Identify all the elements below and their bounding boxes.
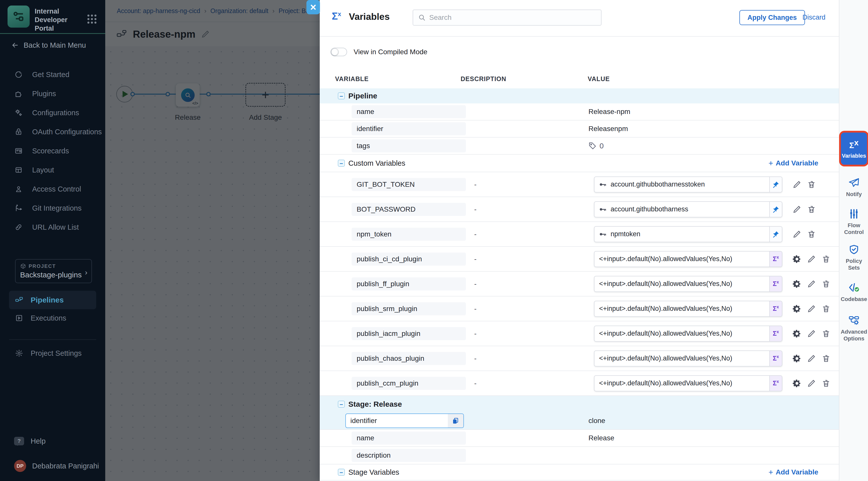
expression-type-button[interactable]	[769, 252, 782, 267]
settings-gear-icon[interactable]	[793, 255, 801, 264]
rail-item-codebase[interactable]: Codebase	[839, 282, 868, 302]
expression-type-button[interactable]	[769, 301, 782, 316]
copy-button[interactable]	[448, 414, 463, 427]
variables-search[interactable]	[413, 9, 601, 26]
delete-trash-icon[interactable]	[807, 205, 816, 214]
sidebar-item-get-started[interactable]: Get Started	[0, 65, 105, 84]
edit-pencil-icon[interactable]	[807, 354, 816, 363]
secret-value-input[interactable]: account.githubbotharnesstoken	[594, 177, 782, 193]
sidebar-item-label: URL Allow List	[32, 223, 79, 231]
secret-value-input[interactable]: npmtoken	[594, 226, 782, 242]
variable-row-git-bot-token: GIT_BOT_TOKEN - account.githubbotharness…	[320, 172, 839, 197]
pin-button[interactable]	[769, 202, 782, 217]
pin-button[interactable]	[769, 177, 782, 192]
search-input[interactable]	[429, 13, 590, 22]
rail-item-notify[interactable]: Notify	[839, 177, 868, 198]
sidebar-item-label: Scorecards	[32, 147, 69, 155]
add-stage-variable-button[interactable]: Add Variable	[769, 468, 818, 477]
get-started-icon	[14, 70, 23, 78]
secret-value-input[interactable]: account.githubbotharness	[594, 201, 782, 217]
secret-value-text: npmtoken	[607, 230, 769, 238]
expression-type-button[interactable]	[769, 277, 782, 291]
scorecards-icon	[14, 147, 23, 155]
sidebar-item-configurations[interactable]: Configurations	[0, 103, 105, 122]
sidebar-divider	[9, 340, 96, 340]
idp-logo[interactable]	[7, 5, 30, 28]
stage-field-row-name: name Release	[320, 430, 839, 447]
collapse-custom-variables-icon[interactable]	[338, 160, 345, 167]
collapse-stage-icon[interactable]	[338, 401, 345, 408]
settings-gear-icon[interactable]	[793, 379, 801, 388]
stage-identifier-input[interactable]	[346, 417, 448, 425]
rail-item-flow-control[interactable]: Flow Control	[839, 209, 868, 235]
collapse-stage-variables-icon[interactable]	[338, 469, 345, 476]
delete-trash-icon[interactable]	[822, 304, 831, 313]
edit-pencil-icon[interactable]	[807, 255, 816, 264]
delete-trash-icon[interactable]	[807, 230, 816, 239]
sidebar-item-access-control[interactable]: Access Control	[0, 180, 105, 199]
expression-value-input[interactable]: <+input>.default(No).allowedValues(Yes,N…	[594, 326, 782, 342]
delete-trash-icon[interactable]	[822, 379, 831, 388]
add-variable-label: Add Variable	[776, 468, 818, 476]
sidebar-item-pipelines[interactable]: Pipelines	[9, 291, 96, 309]
sidebar-item-oauth-configurations[interactable]: OAuth Configurations	[0, 122, 105, 141]
section-header-stage-variables: Stage Variables Add Variable	[320, 464, 839, 481]
sidebar-item-plugins[interactable]: Plugins	[0, 84, 105, 103]
expression-value-input[interactable]: <+input>.default(No).allowedValues(Yes,N…	[594, 276, 782, 292]
compiled-mode-toggle[interactable]	[331, 48, 347, 56]
back-to-main-menu[interactable]: Back to Main Menu	[11, 40, 86, 50]
sidebar-item-project-settings[interactable]: Project Settings	[15, 345, 96, 362]
delete-trash-icon[interactable]	[822, 255, 831, 264]
rail-tab-label: Variables	[842, 153, 866, 159]
sidebar-item-scorecards[interactable]: Scorecards	[0, 141, 105, 160]
edit-pencil-icon[interactable]	[807, 379, 816, 388]
edit-pencil-icon[interactable]	[807, 304, 816, 313]
expression-value-input[interactable]: <+input>.default(No).allowedValues(Yes,N…	[594, 375, 782, 391]
edit-pencil-icon[interactable]	[807, 329, 816, 338]
pin-button[interactable]	[769, 227, 782, 242]
pin-icon	[772, 181, 779, 188]
settings-gear-icon[interactable]	[793, 354, 801, 363]
expression-value-input[interactable]: <+input>.default(No).allowedValues(Yes,N…	[594, 301, 782, 317]
project-selector[interactable]: PROJECT Backstage-plugins ›	[15, 259, 92, 283]
collapse-pipeline-icon[interactable]	[338, 92, 345, 99]
sidebar-item-executions[interactable]: Executions	[15, 309, 96, 327]
settings-gear-icon[interactable]	[793, 304, 801, 313]
expression-type-button[interactable]	[769, 376, 782, 391]
delete-trash-icon[interactable]	[822, 329, 831, 338]
rail-item-label: Flow Control	[839, 222, 868, 235]
sidebar-item-git-integrations[interactable]: Git Integrations	[0, 199, 105, 218]
edit-pencil-icon[interactable]	[793, 230, 801, 239]
expression-type-button[interactable]	[769, 351, 782, 366]
edit-pencil-icon[interactable]	[807, 280, 816, 288]
sidebar-item-layout[interactable]: Layout	[0, 160, 105, 180]
settings-gear-icon[interactable]	[793, 280, 801, 288]
tags-count: 0	[599, 141, 604, 150]
discard-button[interactable]: Discard	[802, 13, 826, 21]
close-drawer-button[interactable]	[306, 0, 320, 14]
pin-icon	[772, 231, 779, 238]
key-icon	[598, 180, 607, 189]
sigma-icon	[773, 330, 779, 338]
apply-changes-button[interactable]: Apply Changes	[739, 10, 805, 25]
notify-paper-plane-icon	[848, 177, 860, 188]
rail-tab-variables[interactable]: Variables	[841, 133, 867, 165]
user-menu[interactable]: DP Debabrata Panigrahi	[14, 459, 99, 473]
edit-pencil-icon[interactable]	[793, 205, 801, 214]
help-button[interactable]: Help	[14, 432, 95, 450]
delete-trash-icon[interactable]	[822, 354, 831, 363]
sidebar-item-url-allow-list[interactable]: URL Allow List	[0, 218, 105, 237]
rail-item-policy-sets[interactable]: Policy Sets	[839, 244, 868, 271]
expression-value-input[interactable]: <+input>.default(No).allowedValues(Yes,N…	[594, 251, 782, 267]
settings-gear-icon[interactable]	[793, 329, 801, 338]
expression-value-input[interactable]: <+input>.default(No).allowedValues(Yes,N…	[594, 350, 782, 366]
edit-pencil-icon[interactable]	[793, 180, 801, 189]
app-switcher-grid-icon[interactable]	[86, 13, 98, 25]
delete-trash-icon[interactable]	[822, 280, 831, 288]
delete-trash-icon[interactable]	[807, 180, 816, 189]
add-variable-button[interactable]: Add Variable	[769, 159, 818, 168]
variable-description: -	[474, 330, 476, 338]
rail-item-advanced-options[interactable]: Advanced Options	[839, 315, 868, 342]
expression-type-button[interactable]	[769, 326, 782, 341]
sigma-icon	[773, 280, 779, 288]
